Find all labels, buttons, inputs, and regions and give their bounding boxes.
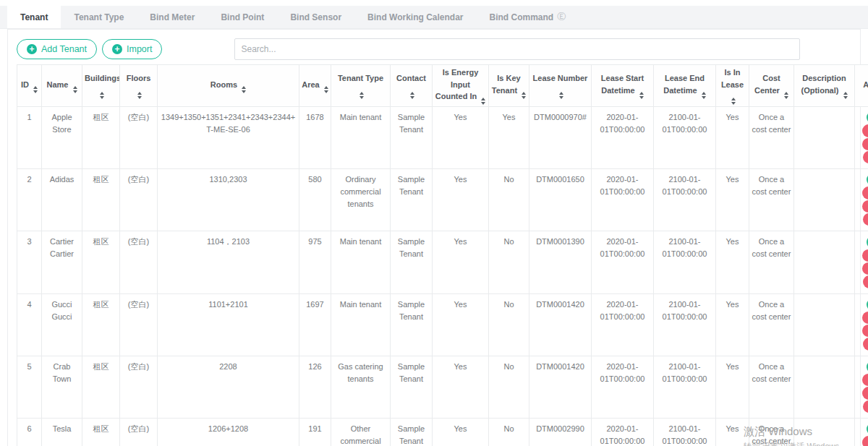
cell-cost-center: Once a cost center (749, 169, 794, 231)
table-row: 2Adidas租区(空白)1310,2303580Ordinary commer… (17, 169, 868, 231)
clone-button[interactable]: Clone (863, 151, 868, 163)
cell-floors: (空白) (120, 231, 158, 293)
sort-icon (137, 92, 142, 99)
clone-button[interactable]: Clone (863, 275, 868, 288)
cell-lease-start-datetime: 2020-01-01T00:00:00 (592, 169, 654, 231)
delete-button[interactable]: Delete (862, 374, 868, 386)
cell-buildings: 租区 (82, 356, 120, 418)
delete-button[interactable]: Delete (862, 436, 868, 446)
column-header-is-energy-input-counted-in[interactable]: Is Energy Input Counted In (433, 65, 489, 107)
cell-buildings: 租区 (82, 418, 120, 446)
cell-is-in-lease: Yes (716, 231, 749, 293)
tab-bind-meter[interactable]: Bind Meter (137, 6, 208, 28)
cell-lease-start-datetime: 2020-01-01T00:00:00 (592, 418, 654, 446)
column-header-lease-number[interactable]: Lease Number (529, 65, 592, 107)
sort-icon (324, 86, 328, 93)
cell-rooms: 2208 (158, 356, 299, 418)
cell-lease-end-datetime: 2100-01-01T00:00:00 (654, 231, 716, 293)
toolbar: + Add Tenant + Import (17, 38, 851, 60)
cell-buildings: 租区 (82, 107, 120, 169)
sort-icon (559, 92, 563, 99)
column-label: Action (863, 80, 868, 89)
export-button[interactable]: Export (862, 262, 868, 275)
delete-button[interactable]: Delete (862, 124, 868, 137)
cell-lease-start-datetime: 2020-01-01T00:00:00 (592, 356, 654, 418)
cell-contact: Sample Tenant (391, 293, 433, 356)
cell-buildings: 租区 (82, 293, 120, 356)
delete-button[interactable]: Delete (862, 249, 868, 262)
tab-tenant-type[interactable]: Tenant Type (61, 6, 137, 28)
tab-label: Tenant (20, 12, 48, 22)
cell-id: 2 (17, 169, 42, 231)
clone-button[interactable]: Clone (863, 338, 868, 350)
column-header-floors[interactable]: Floors (120, 65, 158, 107)
cell-lease-start-datetime: 2020-01-01T00:00:00 (592, 231, 654, 293)
tab-label: Bind Command (490, 12, 554, 22)
column-label: Cost Center (754, 74, 780, 95)
cell-lease-end-datetime: 2100-01-01T00:00:00 (654, 356, 716, 418)
column-label: Tenant Type (338, 74, 383, 82)
column-header-rooms[interactable]: Rooms (158, 65, 299, 107)
cell-floors: (空白) (120, 107, 158, 169)
column-header-contact[interactable]: Contact (391, 65, 433, 107)
column-header-area[interactable]: Area (299, 65, 331, 107)
cell-description (794, 169, 855, 231)
clone-button[interactable]: Clone (863, 400, 868, 413)
column-header-action[interactable]: Action (855, 65, 868, 107)
table-row: 1Apple Store租区(空白)1349+1350+1351+2341+23… (17, 107, 868, 169)
cell-name: Cartier Cartier (42, 231, 82, 293)
add-tenant-button[interactable]: + Add Tenant (17, 39, 97, 59)
cell-contact: Sample Tenant (391, 231, 433, 293)
sort-icon (702, 92, 706, 99)
tab-bind-working-calendar[interactable]: Bind Working Calendar (354, 6, 476, 28)
tab-bind-command[interactable]: Bind CommandⒺ (477, 6, 579, 28)
table-row: 3Cartier Cartier租区(空白)1104，2103975Main t… (17, 231, 868, 293)
sort-icon (410, 92, 414, 99)
export-button[interactable]: Export (862, 325, 868, 337)
cell-contact: Sample Tenant (391, 356, 433, 418)
sort-icon (731, 98, 736, 105)
column-header-is-key-tenant[interactable]: Is Key Tenant (489, 65, 529, 107)
column-label: Lease End Datetime (663, 74, 705, 95)
column-header-lease-end-datetime[interactable]: Lease End Datetime (654, 65, 716, 107)
import-button[interactable]: + Import (102, 39, 162, 59)
cell-is-in-lease: Yes (716, 293, 749, 356)
cell-contact: Sample Tenant (391, 418, 433, 446)
add-tenant-label: Add Tenant (41, 44, 87, 54)
cell-is-key-tenant: No (489, 418, 529, 446)
column-header-description[interactable]: Description (Optional) (794, 65, 855, 107)
cell-tenant-type: Gas catering tenants (331, 356, 391, 418)
cell-actions: EditDeleteExportClone (855, 293, 868, 356)
cell-floors: (空白) (120, 356, 158, 418)
column-header-id[interactable]: ID (17, 65, 42, 107)
clone-button[interactable]: Clone (863, 213, 868, 226)
column-header-buildings[interactable]: Buildings (82, 65, 120, 107)
column-header-tenant-type[interactable]: Tenant Type (331, 65, 391, 107)
export-button[interactable]: Export (862, 387, 868, 399)
cell-description (794, 107, 855, 169)
cell-lease-end-datetime: 2100-01-01T00:00:00 (654, 107, 716, 169)
column-header-name[interactable]: Name (42, 65, 82, 107)
tab-label: Bind Working Calendar (367, 12, 463, 22)
column-header-lease-start-datetime[interactable]: Lease Start Datetime (592, 65, 654, 107)
cell-area: 191 (299, 418, 331, 446)
delete-button[interactable]: Delete (862, 186, 868, 199)
cell-cost-center: Once a cost center (749, 293, 794, 356)
cell-is-energy-input-counted-in: Yes (433, 107, 489, 169)
cell-lease-number: DTM0001390 (529, 231, 592, 293)
export-button[interactable]: Export (862, 138, 868, 150)
tab-bind-point[interactable]: Bind Point (208, 6, 277, 28)
tab-bind-sensor[interactable]: Bind Sensor (277, 6, 354, 28)
cell-is-in-lease: Yes (716, 356, 749, 418)
tab-label: Bind Meter (150, 12, 195, 22)
search-input[interactable] (234, 38, 800, 60)
export-button[interactable]: Export (862, 200, 868, 213)
column-header-cost-center[interactable]: Cost Center (749, 65, 794, 107)
cell-tenant-type: Other commercial tenants (331, 418, 391, 446)
cell-buildings: 租区 (82, 231, 120, 293)
column-label: Name (46, 80, 68, 89)
delete-button[interactable]: Delete (862, 312, 868, 324)
tab-tenant[interactable]: Tenant (7, 6, 61, 28)
column-header-is-in-lease[interactable]: Is In Lease (716, 65, 749, 107)
column-label: Lease Number (533, 74, 588, 82)
